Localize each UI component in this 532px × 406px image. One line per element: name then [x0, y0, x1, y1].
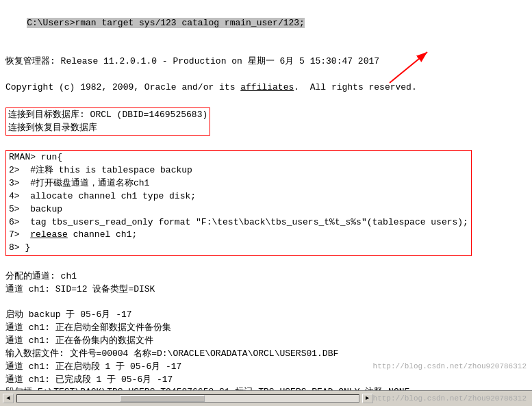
prompt: C:\Users>rman target sys/123 catalog rma…	[27, 18, 305, 28]
release-info-row: 恢复管理器: Release 11.2.0.1.0 - Production o…	[5, 55, 527, 68]
rman-line-6: 6> tag tbs_users_read_only format "F:\te…	[9, 216, 468, 229]
terminal-window: C:\Users>rman target sys/123 catalog rma…	[0, 0, 532, 390]
release-text: release	[30, 229, 68, 240]
seg-handle: 段句柄=F:\TEST\BACK\TBS_USERS_T945876658_S1…	[5, 386, 527, 390]
blank-line-1	[5, 43, 527, 56]
watermark-url: http://blog.csdn.net/zhou920786312	[373, 394, 527, 403]
command-line: C:\Users>rman target sys/123 catalog rma…	[5, 4, 527, 43]
rman-line-2: 2> #注释 this is tablespace backup	[9, 164, 468, 177]
copyright-line: Copyright (c) 1982, 2009, Oracle and/or …	[5, 81, 527, 94]
connect-line-2: 连接到恢复目录数据库	[8, 122, 207, 135]
scroll-container: ◄ ►	[3, 394, 373, 403]
ch1-starting: 通道 ch1: 正在启动全部数据文件备份集	[5, 322, 527, 335]
alloc-channel: 分配的通道: ch1	[5, 270, 527, 283]
blank-line-3	[5, 94, 527, 107]
ch1-info: 通道 ch1: SID=12 设备类型=DISK	[5, 283, 527, 296]
release-line: 恢复管理器: Release 11.2.0.1.0 - Production o…	[5, 55, 527, 68]
blank-line-4	[5, 137, 527, 150]
rman-line-3: 3> #打开磁盘通道，通道名称ch1	[9, 177, 468, 190]
scroll-right-button[interactable]: ►	[362, 394, 373, 403]
rman-line-8: 8> }	[9, 242, 468, 255]
blank-line-5	[5, 257, 527, 270]
rman-run: RMAN> run{	[9, 151, 468, 164]
blank-line-6	[5, 296, 527, 309]
left-arrow-icon: ◄	[6, 395, 10, 402]
ch1-done: 通道 ch1: 已完成段 1 于 05-6月 -17	[5, 374, 527, 387]
right-arrow-icon: ►	[366, 395, 369, 402]
rman-line-7: 7> release channel ch1;	[9, 229, 468, 242]
statusbar-watermark: http://blog.csdn.net/zhou920786312	[373, 394, 529, 403]
watermark: http://blog.csdn.net/zhou920786312	[373, 361, 527, 371]
rman-block: RMAN> run{ 2> #注释 this is tablespace bac…	[5, 150, 472, 256]
watermark-text: http://blog.csdn.net/zhou920786312	[373, 362, 527, 370]
connect-line-1: 连接到目标数据库: ORCL (DBID=1469525683)	[8, 109, 207, 122]
ch1-spec: 通道 ch1: 正在备份集内的数据文件	[5, 335, 527, 348]
scroll-left-button[interactable]: ◄	[3, 394, 14, 403]
affiliates-text: affiliates	[240, 82, 294, 92]
scroll-track[interactable]	[16, 394, 359, 403]
rman-line-5: 5> backup	[9, 203, 468, 216]
scroll-thumb[interactable]	[120, 395, 205, 402]
blank-line-2	[5, 68, 527, 81]
input-file: 输入数据文件: 文件号=00004 名称=D:\ORACLE\ORADATA\O…	[5, 348, 527, 361]
connect-box: 连接到目标数据库: ORCL (DBID=1469525683) 连接到恢复目录…	[5, 107, 210, 136]
scrollbar-area: ◄ ► http://blog.csdn.net/zhou920786312	[0, 390, 532, 406]
backup-start: 启动 backup 于 05-6月 -17	[5, 309, 527, 322]
rman-line-4: 4> allocate channel ch1 type disk;	[9, 190, 468, 203]
